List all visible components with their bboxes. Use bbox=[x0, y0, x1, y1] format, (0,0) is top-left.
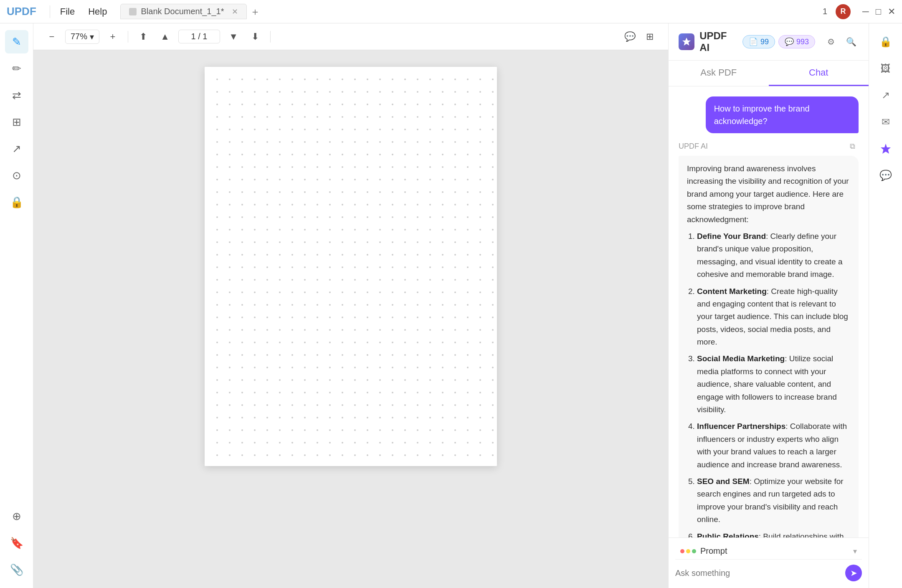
tab-label: Blank Document_1_1* bbox=[141, 7, 224, 16]
prompt-selector[interactable]: Prompt ▾ bbox=[675, 543, 862, 560]
image-icon: 🖼 bbox=[881, 63, 891, 74]
dot-grid-canvas bbox=[205, 67, 497, 464]
right-edge-chat[interactable]: 💬 bbox=[874, 164, 897, 187]
ai-header: UPDF AI 📄 99 💬 993 ⚙ 🔍 bbox=[669, 23, 869, 61]
chat-bubble-icon: 💬 bbox=[879, 170, 892, 181]
minimize-button[interactable]: ─ bbox=[862, 6, 869, 17]
convert-icon: ⇄ bbox=[12, 89, 21, 102]
toolbar-divider-2 bbox=[270, 31, 271, 43]
sidebar-item-protect[interactable]: 🔒 bbox=[5, 190, 28, 214]
user-bubble: How to improve the brand acknowledge? bbox=[706, 96, 859, 133]
share-icon: ↗ bbox=[882, 89, 890, 101]
ai-prompt-bar: Prompt ▾ ➤ bbox=[669, 537, 869, 588]
prompt-dot bbox=[680, 549, 684, 553]
close-button[interactable]: ✕ bbox=[888, 6, 895, 17]
nav-up-button[interactable]: ▲ bbox=[157, 28, 173, 45]
mail-icon: ✉ bbox=[882, 116, 890, 128]
ai-sender-label: UPDF AI bbox=[679, 142, 708, 151]
list-item: Content Marketing: Create high-quality a… bbox=[697, 285, 850, 349]
token-credit-badge: 💬 993 bbox=[778, 35, 815, 48]
prompt-input[interactable] bbox=[675, 568, 840, 578]
nav-first-button[interactable]: ⬆ bbox=[135, 28, 152, 45]
user-avatar[interactable]: R bbox=[836, 4, 851, 19]
tab-close-button[interactable]: ✕ bbox=[232, 7, 238, 16]
comment-button[interactable]: 💬 bbox=[621, 28, 638, 45]
sidebar-item-extract[interactable]: ↗ bbox=[5, 137, 28, 160]
annotate-icon: ✏ bbox=[12, 62, 21, 75]
zoom-in-button[interactable]: + bbox=[104, 28, 121, 45]
ai-message: UPDF AI ⧉ Improving brand awareness invo… bbox=[679, 140, 859, 537]
user-message: How to improve the brand acknowledge? bbox=[706, 96, 859, 133]
right-edge-panel: 🔒 🖼 ↗ ✉ 💬 bbox=[869, 23, 902, 588]
edit-icon: ✎ bbox=[12, 35, 21, 48]
sidebar-item-convert[interactable]: ⇄ bbox=[5, 84, 28, 107]
prompt-dot bbox=[686, 549, 690, 553]
toolbar-divider bbox=[128, 31, 128, 43]
zoom-out-button[interactable]: − bbox=[43, 28, 60, 45]
right-edge-lock[interactable]: 🔒 bbox=[874, 30, 897, 53]
right-edge-ai[interactable] bbox=[874, 137, 897, 160]
tab-chat-label: Chat bbox=[809, 67, 828, 78]
layers-icon: ⊕ bbox=[12, 510, 21, 523]
ai-sparkle-icon bbox=[880, 143, 892, 155]
token-icon: 💬 bbox=[785, 37, 794, 46]
layout-button[interactable]: ⊞ bbox=[641, 28, 658, 45]
ai-logo bbox=[679, 33, 694, 50]
new-tab-button[interactable]: ＋ bbox=[250, 5, 260, 18]
titlebar-right: 1 R ─ □ ✕ bbox=[823, 4, 895, 19]
left-sidebar: ✎ ✏ ⇄ ⊞ ↗ ⊙ 🔒 ⊕ 🔖 📎 bbox=[0, 23, 33, 588]
ai-search-button[interactable]: 🔍 bbox=[844, 34, 859, 49]
pdf-icon: 📄 bbox=[749, 37, 758, 46]
ai-settings-button[interactable]: ⚙ bbox=[823, 34, 839, 49]
list-item: SEO and SEM: Optimize your website for s… bbox=[697, 475, 850, 526]
right-edge-image[interactable]: 🖼 bbox=[874, 57, 897, 80]
window-controls: ─ □ ✕ bbox=[862, 6, 895, 17]
menu-file[interactable]: File bbox=[60, 6, 75, 17]
tab-chat[interactable]: Chat bbox=[769, 61, 869, 86]
sidebar-item-organize[interactable]: ⊞ bbox=[5, 110, 28, 134]
prompt-label: Prompt bbox=[700, 546, 849, 556]
tab-bar: Blank Document_1_1* ✕ ＋ bbox=[120, 4, 816, 19]
tab-ask-pdf-label: Ask PDF bbox=[700, 67, 737, 78]
nav-last-button[interactable]: ⬇ bbox=[247, 28, 264, 45]
sidebar-item-compress[interactable]: ⊙ bbox=[5, 164, 28, 187]
ai-copy-button[interactable]: ⧉ bbox=[846, 140, 859, 152]
pdf-count: 99 bbox=[760, 38, 769, 46]
app-logo: UPDF bbox=[7, 5, 36, 18]
titlebar-menu: File Help bbox=[60, 6, 107, 17]
sidebar-item-edit[interactable]: ✎ bbox=[5, 30, 28, 53]
list-item: Influencer Partnerships: Collaborate wit… bbox=[697, 420, 850, 471]
ai-response-bubble: Improving brand awareness involves incre… bbox=[679, 156, 859, 537]
right-edge-mail[interactable]: ✉ bbox=[874, 110, 897, 134]
titlebar-divider bbox=[50, 5, 50, 18]
ai-response-intro: Improving brand awareness involves incre… bbox=[687, 162, 850, 226]
compress-icon: ⊙ bbox=[12, 169, 21, 182]
user-count: 1 bbox=[823, 7, 827, 16]
list-item: Social Media Marketing: Utilize social m… bbox=[697, 352, 850, 416]
prompt-dot bbox=[692, 549, 696, 553]
menu-help[interactable]: Help bbox=[88, 6, 107, 17]
sidebar-item-bookmarks[interactable]: 🔖 bbox=[5, 531, 28, 555]
pdf-canvas bbox=[33, 50, 668, 588]
sidebar-item-layers[interactable]: ⊕ bbox=[5, 504, 28, 528]
list-item: Public Relations: Build relationships wi… bbox=[697, 530, 850, 537]
prompt-input-row: ➤ bbox=[675, 563, 862, 583]
right-edge-share[interactable]: ↗ bbox=[874, 84, 897, 107]
sidebar-item-annotate[interactable]: ✏ bbox=[5, 57, 28, 80]
ai-header-icons: ⚙ 🔍 bbox=[823, 34, 859, 49]
zoom-level: 77% bbox=[71, 32, 87, 41]
sidebar-item-attachments[interactable]: 📎 bbox=[5, 558, 28, 581]
prompt-dots bbox=[680, 549, 696, 553]
titlebar: UPDF File Help Blank Document_1_1* ✕ ＋ 1… bbox=[0, 0, 902, 23]
zoom-display[interactable]: 77% ▾ bbox=[65, 30, 99, 44]
toolbar-right-buttons: 💬 ⊞ bbox=[621, 28, 658, 45]
nav-down-button[interactable]: ▼ bbox=[225, 28, 242, 45]
tab-ask-pdf[interactable]: Ask PDF bbox=[669, 61, 769, 86]
tab-icon bbox=[129, 8, 137, 15]
protect-icon: 🔒 bbox=[10, 196, 23, 209]
maximize-button[interactable]: □ bbox=[876, 6, 881, 17]
prompt-send-button[interactable]: ➤ bbox=[845, 565, 862, 581]
main-layout: ✎ ✏ ⇄ ⊞ ↗ ⊙ 🔒 ⊕ 🔖 📎 bbox=[0, 23, 902, 588]
lock-icon: 🔒 bbox=[879, 36, 892, 48]
document-tab[interactable]: Blank Document_1_1* ✕ bbox=[120, 4, 246, 19]
